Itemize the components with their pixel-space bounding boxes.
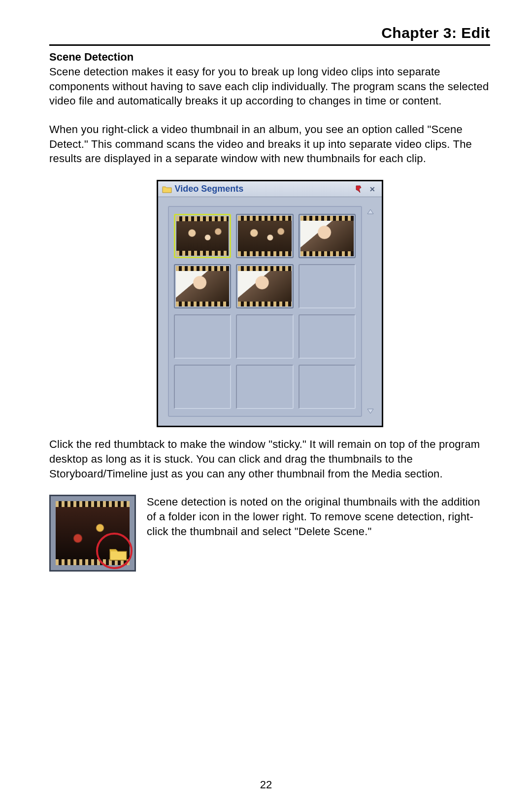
window-titlebar: Video Segments ✕ [158, 181, 382, 197]
thumbnail-grid [168, 206, 362, 417]
chapter-title: Chapter 3: Edit [49, 25, 490, 46]
folder-icon [162, 185, 172, 193]
paragraph-3: Click the red thumbtack to make the wind… [49, 437, 490, 481]
thumbtack-icon[interactable] [353, 184, 364, 194]
window-title: Video Segments [175, 184, 350, 194]
paragraph-2: When you right-click a video thumbnail i… [49, 122, 490, 166]
scrollbar[interactable] [365, 206, 376, 417]
empty-slot [236, 314, 294, 359]
empty-slot [299, 365, 356, 409]
empty-slot [299, 264, 356, 308]
section-heading: Scene Detection [49, 51, 490, 64]
paragraph-1: Scene detection makes it easy for you to… [49, 65, 490, 108]
window-body [158, 197, 382, 426]
page-number: 22 [0, 778, 532, 791]
close-icon[interactable]: ✕ [367, 184, 378, 194]
segment-thumbnail[interactable] [236, 214, 294, 258]
red-circle-annotation [96, 533, 133, 569]
empty-slot [174, 365, 232, 409]
scroll-down-icon[interactable] [366, 406, 375, 415]
segment-thumbnail[interactable] [174, 264, 232, 308]
segment-thumbnail[interactable] [299, 214, 356, 258]
segment-thumbnail[interactable] [236, 264, 294, 308]
empty-slot [174, 314, 232, 359]
scroll-up-icon[interactable] [366, 208, 375, 217]
empty-slot [299, 314, 356, 359]
paragraph-4: Scene detection is noted on the original… [147, 495, 490, 539]
segment-thumbnail[interactable] [174, 214, 232, 258]
empty-slot [236, 365, 294, 409]
video-segments-figure: Video Segments ✕ [49, 180, 490, 427]
video-segments-window: Video Segments ✕ [157, 180, 383, 427]
scene-detected-thumbnail [49, 495, 136, 572]
